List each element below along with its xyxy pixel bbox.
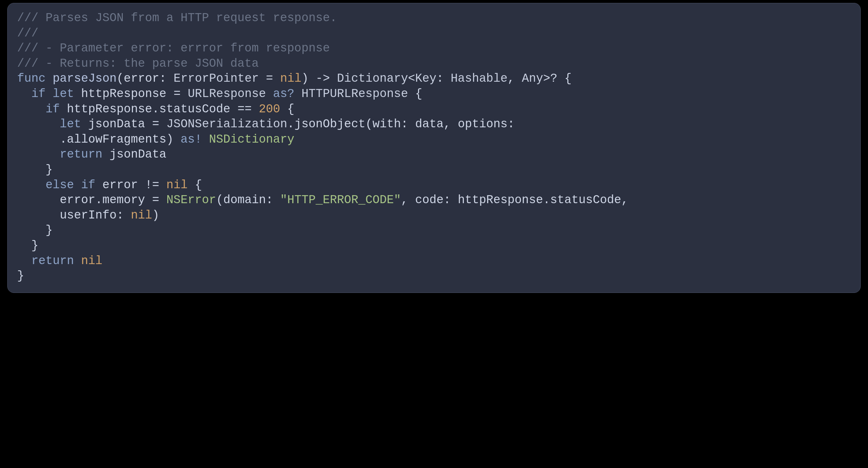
indent [17,193,60,207]
type: NSError [167,193,216,207]
brace: { [280,103,294,116]
comment-line: /// [17,27,39,40]
arg-label: options [458,117,508,131]
arrow: -> [309,72,337,85]
op-neq: != [145,178,159,192]
identifier: jsonData [102,148,167,161]
brace: } [17,163,53,177]
comment-line: /// Parses JSON from a HTTP request resp… [17,11,337,25]
expr: error.memory = [60,193,167,207]
arg-label: userInfo: [60,209,131,222]
type: Any [522,72,543,85]
indent [17,133,60,146]
op-eqeq: == [238,103,252,116]
keyword-asbang: as! [181,133,202,146]
punct: ) [152,209,160,222]
space [74,178,81,192]
punct: < [408,72,415,85]
punct: ( [117,72,124,85]
keyword-if: if [31,87,46,101]
indent [17,117,60,131]
space [60,103,67,116]
space [266,87,273,101]
punct: = [145,117,167,131]
call: (domain: [216,193,280,207]
space [294,87,302,101]
comment-line: /// - Returns: the parse JSON data [17,57,259,70]
literal-nil: nil [159,178,188,192]
identifier: data [415,117,443,131]
type: Hashable [451,72,508,85]
keyword-return: return [60,148,102,161]
keyword-if: if [46,103,60,116]
brace: } [17,224,53,237]
keyword-let: let [53,87,74,101]
punct: : [437,72,451,85]
keyword-if: if [81,178,95,192]
keyword-asq: as? [273,87,294,101]
punct: > [543,72,550,85]
punct: : [159,72,173,85]
type: HTTPURLResponse [301,87,408,101]
punct: ? [550,72,558,85]
indent [17,254,31,268]
punct: ) [301,72,309,85]
punct: = [167,87,188,101]
string-literal: "HTTP_ERROR_CODE" [280,193,401,207]
identifier: httpResponse [81,87,167,101]
keyword-func: func [17,72,46,85]
type: JSONSerialization [167,117,288,131]
brace: } [17,239,39,252]
space [81,117,89,131]
keyword-else: else [46,178,74,192]
identifier: jsonData [88,117,145,131]
enum-case: .allowFragments) [60,133,181,146]
type: ErrorPointer [173,72,259,85]
indent [17,103,46,116]
space [46,87,53,101]
arg-label: with [372,117,401,131]
function-name: parseJson [53,72,117,85]
number: 200 [252,103,280,116]
literal-nil: nil [74,254,102,268]
call-tail: , code: httpResponse.statusCode, [401,193,628,207]
brace: } [17,269,24,283]
punct: : [508,117,515,131]
call: .jsonObject( [287,117,372,131]
literal-nil: nil [280,72,302,85]
param-name: error [124,72,160,85]
keyword-let: let [60,117,81,131]
type: URLResponse [188,87,266,101]
comment-line: /// - Parameter error: errror from respo… [17,42,330,55]
space [46,72,53,85]
brace: { [557,72,571,85]
identifier: error [95,178,145,192]
punct: , [508,72,522,85]
punct: : [401,117,415,131]
type: Key [415,72,437,85]
brace: { [188,178,202,192]
type: Dictionary [337,72,408,85]
indent [17,178,46,192]
expr: httpResponse.statusCode [67,103,238,116]
indent [17,87,31,101]
keyword-return: return [31,254,74,268]
punct: = [259,72,280,85]
space [74,87,81,101]
indent [17,148,60,161]
punct: , [443,117,458,131]
literal-nil: nil [131,209,152,222]
code-snippet-card: /// Parses JSON from a HTTP request resp… [7,3,861,293]
type: NSDictionary [202,133,294,146]
indent [17,209,60,222]
brace: { [408,87,422,101]
